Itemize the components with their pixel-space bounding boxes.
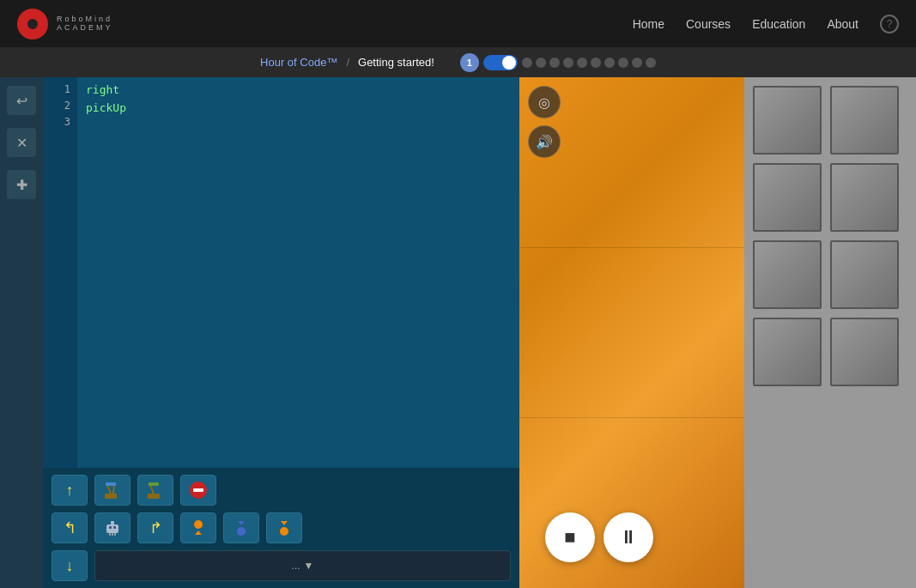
nav-home[interactable]: Home	[633, 17, 664, 31]
breadcrumb-current: Getting started!	[358, 56, 434, 69]
logo-text: RoboMind ACADEMY	[57, 15, 113, 33]
progress-dot-1	[522, 58, 532, 68]
pickup-orange-icon	[188, 518, 209, 538]
logo-area: RoboMind ACADEMY	[17, 9, 113, 39]
move-forward-button[interactable]: ↑	[52, 475, 88, 506]
svg-rect-13	[112, 533, 113, 536]
code-area: 1 2 3 right pickUp	[43, 77, 519, 468]
svg-rect-0	[105, 494, 117, 499]
pickup-down-button[interactable]	[266, 512, 302, 543]
svg-rect-11	[113, 526, 116, 529]
volume-button[interactable]: 🔊	[528, 125, 561, 158]
progress-dot-4	[563, 58, 573, 68]
add-tool[interactable]: ✚	[7, 170, 36, 199]
svg-rect-8	[193, 488, 203, 492]
turn-left-button[interactable]: ↰	[52, 512, 88, 543]
stone-tile-7	[753, 318, 822, 386]
progress-dot-7	[604, 58, 615, 68]
progress-dot-9	[632, 58, 642, 68]
nav-about[interactable]: About	[827, 17, 858, 31]
code-textarea[interactable]: right pickUp	[77, 77, 519, 468]
breadcrumb-bar: Hour of Code™ / Getting started! 1	[0, 47, 916, 77]
no-entry-button[interactable]	[180, 475, 216, 506]
stone-tile-5	[753, 240, 822, 309]
compass-button[interactable]: ◎	[528, 86, 561, 118]
stone-tile-6	[830, 240, 899, 309]
code-toolbar: ↑	[43, 468, 519, 588]
line-num-2: 2	[43, 98, 70, 114]
broom-clean-button[interactable]	[137, 475, 173, 506]
toggle-thumb	[502, 56, 516, 70]
move-backward-button[interactable]: ↓	[52, 550, 88, 581]
stone-tile-3	[753, 163, 822, 232]
svg-rect-12	[111, 521, 114, 524]
playback-controls: ■ ⏸	[545, 512, 653, 562]
svg-marker-19	[238, 521, 245, 525]
nav-courses[interactable]: Courses	[686, 17, 731, 31]
nav-links: Home Courses Education About ?	[633, 15, 899, 33]
broom-sweep-button[interactable]	[94, 475, 130, 506]
left-sidebar: ↩ ✕ ✚	[0, 77, 43, 588]
main-content: ↩ ✕ ✚ 1 2 3 right pickUp ↑	[0, 77, 916, 588]
progress-dot-10	[646, 58, 656, 68]
progress-dot-5	[577, 58, 587, 68]
svg-rect-15	[114, 533, 116, 536]
toolbar-row-2: ↰ ↱	[52, 512, 511, 543]
stop-button[interactable]: ■	[545, 512, 595, 562]
stone-tile-1	[753, 86, 822, 155]
stone-floor	[744, 77, 916, 588]
close-tool[interactable]: ✕	[7, 128, 36, 157]
robot-button[interactable]	[94, 512, 130, 543]
toolbar-row-3: ↓ ... ▼	[52, 550, 511, 581]
line-numbers: 1 2 3	[43, 77, 77, 468]
game-controls: ◎ 🔊	[528, 86, 561, 158]
svg-point-18	[237, 527, 246, 536]
progress-toggle[interactable]	[483, 55, 518, 70]
svg-marker-21	[281, 521, 288, 525]
svg-rect-4	[148, 494, 160, 499]
progress-dot-3	[549, 58, 560, 68]
svg-marker-17	[195, 530, 202, 535]
dropdown-placeholder: ...	[292, 560, 300, 572]
svg-rect-3	[106, 482, 116, 486]
command-dropdown[interactable]: ... ▼	[94, 550, 511, 581]
svg-point-16	[194, 520, 203, 529]
line-num-3: 3	[43, 114, 70, 130]
svg-rect-6	[149, 482, 159, 486]
progress-dot-6	[591, 58, 601, 68]
turn-right-button[interactable]: ↱	[137, 512, 173, 543]
breadcrumb-parent[interactable]: Hour of Code™	[260, 56, 337, 69]
broom-clean-icon	[145, 480, 166, 500]
progress-dots	[522, 58, 656, 68]
robot-icon	[102, 518, 123, 538]
svg-point-20	[280, 527, 288, 536]
app-header: RoboMind ACADEMY Home Courses Education …	[0, 0, 916, 47]
stone-tile-4	[830, 163, 899, 232]
progress-current-num: 1	[460, 53, 479, 72]
svg-rect-9	[106, 524, 118, 533]
logo-icon	[17, 9, 48, 39]
stone-tile-8	[830, 318, 899, 386]
stone-tile-2	[830, 86, 899, 155]
pickup-down-icon	[274, 518, 294, 538]
svg-rect-10	[109, 526, 112, 529]
undo-tool[interactable]: ↩	[7, 86, 36, 115]
progress-bar: 1	[460, 53, 656, 72]
pickup-orange-button[interactable]	[180, 512, 216, 543]
no-entry-icon	[188, 480, 209, 500]
game-area: ◎ 🔊 ■ ⏸	[519, 77, 916, 588]
progress-dot-8	[618, 58, 628, 68]
putdown-blue-button[interactable]	[223, 512, 259, 543]
line-num-1: 1	[43, 82, 70, 98]
pause-icon: ⏸	[619, 526, 638, 549]
pause-button[interactable]: ⏸	[604, 512, 653, 562]
putdown-blue-icon	[231, 518, 252, 538]
broom-sweep-icon	[102, 480, 123, 500]
code-editor: 1 2 3 right pickUp ↑	[43, 77, 519, 588]
stop-icon: ■	[564, 526, 575, 549]
progress-dot-2	[536, 58, 546, 68]
help-icon[interactable]: ?	[880, 15, 899, 33]
svg-rect-14	[109, 533, 111, 536]
toolbar-row-1: ↑	[52, 475, 511, 506]
nav-education[interactable]: Education	[752, 17, 805, 31]
